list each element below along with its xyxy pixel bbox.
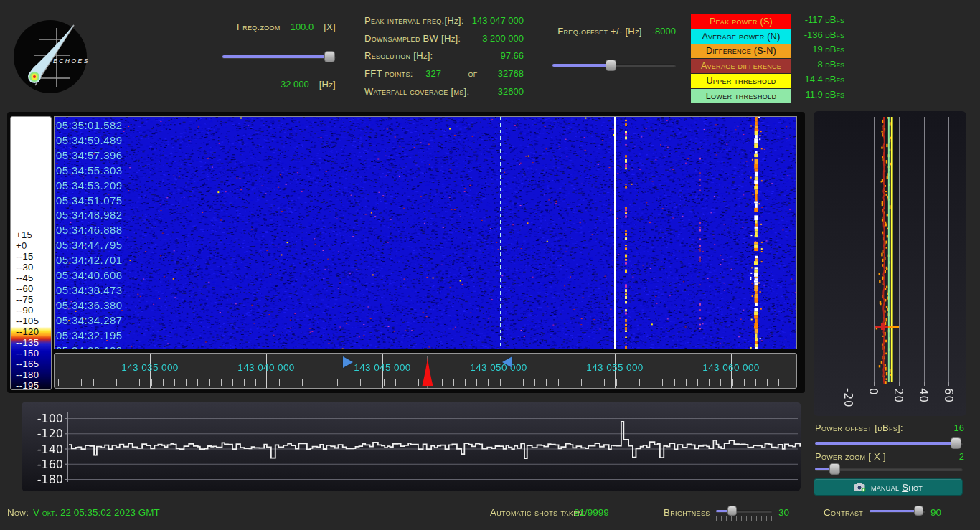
timestamp-label: 05:34:53.209 xyxy=(56,179,122,191)
power-offset-value: 16 xyxy=(954,422,964,433)
legend-button[interactable]: Peak power (S) xyxy=(691,14,791,29)
brightness-slider[interactable] xyxy=(716,506,772,516)
timestamp-label: 05:34:51.075 xyxy=(56,194,122,207)
contrast-slider-handle[interactable] xyxy=(914,506,923,516)
dbfs-scale-label: --75 xyxy=(16,294,34,305)
freq-zoom-label: Freq.zoom xyxy=(237,22,281,32)
interval-end-arrow-icon[interactable] xyxy=(502,356,512,368)
stat-label: Resolution [Hz]: xyxy=(364,50,433,61)
dbfs-scale-label: --90 xyxy=(16,305,34,316)
freq-offset-row: Freq.offset +/- [Hz] -8000 xyxy=(545,26,676,37)
legend-readout: 11.9 dBfs xyxy=(797,89,844,100)
stat-value-2: 3 200 000 xyxy=(482,33,524,44)
legend-button[interactable]: Difference (S-N) xyxy=(691,44,791,58)
stat-mid-label: of xyxy=(463,68,482,79)
contrast-label: Contrast xyxy=(824,507,863,518)
frequency-tick-label: 143 055 000 xyxy=(586,362,643,373)
waterfall-timestamps: 05:35:01.58205:34:59.48905:34:57.39605:3… xyxy=(55,117,242,349)
brightness-ticks xyxy=(716,516,772,521)
power-zoom-value: 2 xyxy=(959,451,964,462)
timestamp-label: 05:34:57.396 xyxy=(56,149,122,161)
power-tick-label: 0 xyxy=(867,388,880,396)
stat-value-2: 143 047 000 xyxy=(472,15,524,26)
legend-readout: 19 dBfs xyxy=(797,44,844,55)
shots-taken-label: Automatic shots taken: xyxy=(490,507,585,518)
freq-bw-value: 32 000 xyxy=(281,79,309,90)
shot-button-label: manual Shot xyxy=(871,482,923,493)
stat-row: Resolution [Hz]: 97.66 xyxy=(364,50,525,68)
stat-row: FFT points: 327 of 32768 xyxy=(364,68,525,86)
legend-row: Lower threshold 11.9 dBfs xyxy=(691,89,847,104)
legend-button[interactable]: Lower threshold xyxy=(691,89,791,103)
power-offset-slider[interactable] xyxy=(815,437,963,450)
freq-offset-slider-handle[interactable] xyxy=(606,60,616,71)
legend-row: Upper threshold 14.4 dBfs xyxy=(691,74,847,89)
power-tick-label: 60 xyxy=(942,388,955,403)
timestamp-label: 05:34:38.473 xyxy=(56,284,122,296)
dbfs-scale-label: --105 xyxy=(16,316,39,326)
power-graph-panel[interactable]: -200204060 xyxy=(814,111,966,416)
frequency-scale[interactable]: 143 035 000 143 040 000 143 045 000 143 … xyxy=(54,353,797,389)
timestamp-label: 05:34:30.102 xyxy=(56,344,122,349)
legend-panel: Peak power (S) -117 dBfs Average power (… xyxy=(691,14,847,105)
dbfs-scale-label: --30 xyxy=(16,262,34,273)
power-graph-canvas xyxy=(814,111,966,416)
power-zoom-label: Power zoom [ X ] xyxy=(815,451,886,462)
freq-zoom-value: 100.0 xyxy=(291,22,314,32)
stat-row: Downsampled BW [Hz]: 3 200 000 xyxy=(364,33,525,51)
timestamp-label: 05:34:59.489 xyxy=(56,134,122,146)
timestamp-label: 05:34:34.287 xyxy=(56,314,122,326)
frequency-tick-label: 143 060 000 xyxy=(702,362,759,373)
legend-button[interactable]: Average power (N) xyxy=(691,29,791,44)
stat-value-2: 32768 xyxy=(498,68,524,79)
power-offset-row: Power offset [dBfs]: 16 xyxy=(815,422,964,433)
power-tick-label: 20 xyxy=(892,388,905,403)
dbfs-scale-label: --180 xyxy=(16,369,39,380)
stat-row: Peak interval freq.[Hz]: 143 047 000 xyxy=(364,15,525,33)
timestamp-label: 05:34:42.701 xyxy=(56,254,122,266)
dbfs-scale-label: --195 xyxy=(16,380,39,391)
freq-zoom-slider-handle[interactable] xyxy=(324,51,335,62)
stat-row: Waterfall coverage [ms]: 32600 xyxy=(364,86,525,104)
freq-zoom-slider[interactable] xyxy=(222,50,336,63)
echoes-app: ECHOES Freq.zoom 100.0 [X] 32 000 [Hz] P… xyxy=(0,0,980,530)
contrast-slider[interactable] xyxy=(870,506,925,516)
dbfs-color-scale: +15+0--15--30--45--60--75--90--105--120-… xyxy=(10,116,52,390)
brightness-label: Brightness xyxy=(664,507,710,518)
manual-shot-button[interactable]: manual Shot xyxy=(814,478,963,496)
stat-label: Peak interval freq.[Hz]: xyxy=(364,15,464,26)
legend-readout: -136 dBfs xyxy=(797,29,844,40)
contrast-value: 90 xyxy=(930,507,941,518)
legend-row: Peak power (S) -117 dBfs xyxy=(691,14,847,29)
freq-zoom-unit: [X] xyxy=(324,22,336,32)
legend-button[interactable]: Upper threshold xyxy=(691,74,791,88)
frequency-tick-label: 143 035 000 xyxy=(121,362,178,373)
dbfs-scale-label: --165 xyxy=(16,359,39,369)
freq-bw-row: 32 000 [Hz] xyxy=(221,79,336,90)
power-offset-label: Power offset [dBfs]: xyxy=(815,422,903,433)
legend-button[interactable]: Average difference xyxy=(691,59,791,73)
timestamp-label: 05:34:36.380 xyxy=(56,299,122,311)
dbfs-scale-label: --150 xyxy=(16,348,39,359)
now-value: V окт. 22 05:35:02 2023 GMT xyxy=(33,507,160,518)
timestamp-label: 05:34:55.303 xyxy=(56,164,122,176)
scope-tick-label: -140 xyxy=(24,443,63,456)
stat-value-1: 327 xyxy=(425,68,441,79)
brightness-slider-handle[interactable] xyxy=(727,506,737,516)
power-zoom-slider[interactable] xyxy=(815,463,963,475)
legend-readout: 8 dBfs xyxy=(797,59,844,70)
legend-row: Average difference 8 dBfs xyxy=(691,59,847,74)
interval-start-arrow-icon[interactable] xyxy=(343,356,353,368)
freq-offset-slider[interactable] xyxy=(552,59,676,72)
dbfs-scale-label: --135 xyxy=(16,337,39,348)
echoes-logo: ECHOES xyxy=(13,17,88,96)
shots-taken-value: 81/9999 xyxy=(574,507,609,518)
power-offset-slider-handle[interactable] xyxy=(951,437,961,449)
brightness-value: 30 xyxy=(778,507,789,518)
timestamp-label: 05:34:32.195 xyxy=(56,329,122,341)
legend-readout: 14.4 dBfs xyxy=(797,74,844,85)
dbfs-scale-label: --45 xyxy=(16,273,34,283)
power-zoom-slider-handle[interactable] xyxy=(829,463,840,475)
camera-icon xyxy=(854,482,866,492)
dbfs-scale-label: --120 xyxy=(16,326,39,337)
